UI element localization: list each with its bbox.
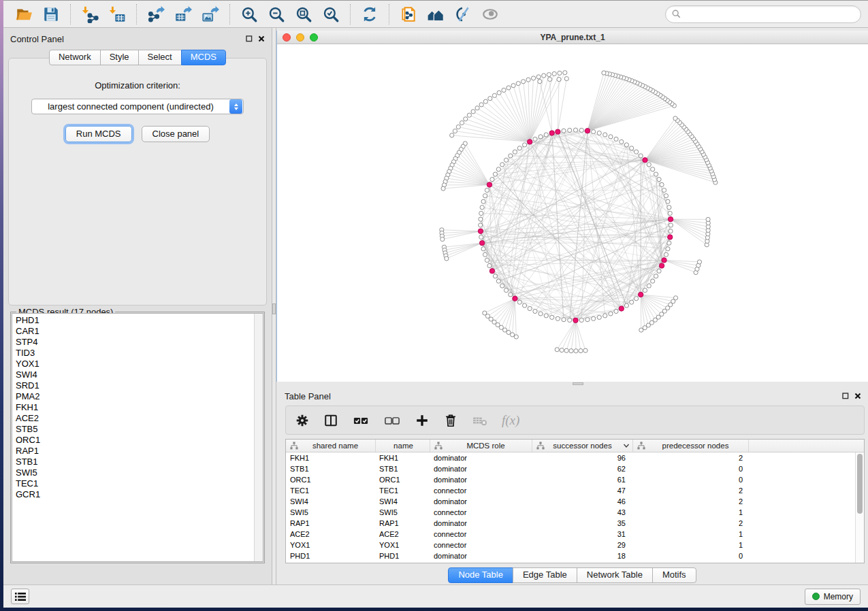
network-node[interactable]: [657, 269, 661, 273]
network-node[interactable]: [697, 260, 701, 264]
hide-graphics-details-button[interactable]: [451, 3, 475, 25]
mcds-hub-node[interactable]: [487, 182, 492, 187]
network-node[interactable]: [609, 135, 613, 139]
close-panel-button[interactable]: [258, 35, 265, 42]
tab-motifs[interactable]: Motifs: [652, 567, 696, 583]
eye-button[interactable]: [479, 3, 502, 25]
mcds-hub-node[interactable]: [556, 129, 560, 134]
table-row[interactable]: PHD1PHD1dominator180: [286, 550, 855, 561]
show-columns-button[interactable]: [323, 413, 338, 428]
network-node[interactable]: [639, 154, 643, 158]
network-node[interactable]: [666, 199, 670, 203]
mcds-hub-node[interactable]: [489, 269, 494, 274]
network-node[interactable]: [547, 73, 551, 77]
network-node[interactable]: [647, 284, 651, 288]
network-node[interactable]: [592, 130, 596, 134]
create-column-button[interactable]: [415, 413, 430, 428]
network-node[interactable]: [440, 237, 445, 241]
network-node[interactable]: [667, 205, 671, 210]
network-node[interactable]: [654, 274, 658, 278]
splitter-handle[interactable]: [573, 382, 583, 385]
network-node[interactable]: [517, 300, 521, 304]
network-node[interactable]: [668, 211, 672, 215]
network-node[interactable]: [620, 139, 624, 144]
network-node[interactable]: [560, 348, 564, 352]
tab-edge-table[interactable]: Edge Table: [513, 567, 577, 583]
network-node[interactable]: [531, 76, 535, 80]
network-node[interactable]: [568, 318, 572, 322]
network-node[interactable]: [533, 309, 537, 313]
network-node[interactable]: [592, 316, 596, 320]
network-node[interactable]: [579, 128, 583, 132]
network-node[interactable]: [556, 316, 560, 320]
table-scrollbar[interactable]: [855, 452, 864, 563]
network-node[interactable]: [481, 247, 485, 251]
network-node[interactable]: [550, 315, 554, 319]
close-panel-button[interactable]: [854, 393, 861, 399]
list-item[interactable]: CAR1: [12, 326, 254, 337]
tab-node-table[interactable]: Node Table: [448, 567, 513, 583]
network-node[interactable]: [481, 199, 485, 203]
mcds-hub-node[interactable]: [478, 229, 483, 233]
tab-mcds[interactable]: MCDS: [181, 50, 226, 65]
network-node[interactable]: [624, 143, 628, 147]
network-node[interactable]: [558, 71, 562, 75]
list-item[interactable]: STB5: [12, 424, 254, 435]
list-item[interactable]: GCR1: [12, 489, 254, 500]
run-mcds-button[interactable]: Run MCDS: [65, 126, 132, 142]
table-row[interactable]: SWI4SWI4dominator462: [286, 496, 855, 507]
network-node[interactable]: [574, 349, 578, 353]
network-node[interactable]: [564, 77, 568, 81]
network-node[interactable]: [467, 113, 471, 117]
network-node[interactable]: [548, 77, 552, 81]
zoom-in-button[interactable]: [238, 3, 261, 25]
network-node[interactable]: [667, 241, 671, 245]
network-node[interactable]: [579, 318, 583, 322]
mcds-hub-node[interactable]: [619, 306, 624, 311]
network-node[interactable]: [445, 257, 449, 261]
table-row[interactable]: FKH1FKH1dominator962: [286, 452, 855, 463]
open-session-button[interactable]: [12, 3, 35, 25]
network-node[interactable]: [471, 110, 475, 114]
network-node[interactable]: [485, 188, 489, 192]
network-node[interactable]: [453, 129, 457, 133]
network-node[interactable]: [496, 167, 500, 171]
network-node[interactable]: [664, 194, 668, 198]
column-header-predecessor-nodes[interactable]: predecessor nodes: [633, 440, 749, 452]
list-item[interactable]: SWI4: [12, 369, 254, 380]
network-node[interactable]: [479, 223, 483, 227]
network-node[interactable]: [597, 315, 601, 319]
network-node[interactable]: [614, 137, 618, 141]
network-node[interactable]: [485, 258, 489, 262]
list-item[interactable]: SRD1: [12, 380, 254, 391]
network-node[interactable]: [563, 71, 567, 75]
list-item[interactable]: ACE2: [12, 413, 254, 424]
network-node[interactable]: [579, 348, 583, 352]
network-node[interactable]: [511, 84, 515, 88]
mcds-hub-node[interactable]: [585, 129, 590, 133]
scrollbar-thumb[interactable]: [857, 454, 863, 514]
tab-select[interactable]: Select: [138, 50, 182, 65]
zoom-out-button[interactable]: [265, 3, 288, 25]
search-input[interactable]: [684, 10, 854, 19]
network-node[interactable]: [564, 348, 568, 352]
network-node[interactable]: [538, 80, 542, 84]
network-node[interactable]: [504, 158, 508, 162]
network-node[interactable]: [509, 154, 513, 158]
float-panel-button[interactable]: [842, 393, 849, 399]
mcds-hub-node[interactable]: [668, 235, 673, 240]
network-node[interactable]: [562, 318, 566, 322]
list-item[interactable]: PHD1: [12, 315, 254, 326]
network-node[interactable]: [507, 86, 511, 90]
table-row[interactable]: RAP1RAP1dominator352: [286, 518, 855, 529]
mcds-hub-node[interactable]: [668, 216, 673, 221]
network-node[interactable]: [536, 75, 541, 79]
network-node[interactable]: [666, 247, 670, 251]
network-node[interactable]: [539, 312, 543, 316]
splitter-handle[interactable]: [272, 303, 276, 314]
network-node[interactable]: [460, 120, 464, 125]
column-header-successor-nodes[interactable]: successor nodes: [532, 440, 633, 452]
mcds-hub-node[interactable]: [527, 139, 532, 144]
network-node[interactable]: [706, 217, 710, 221]
network-node[interactable]: [573, 128, 577, 132]
